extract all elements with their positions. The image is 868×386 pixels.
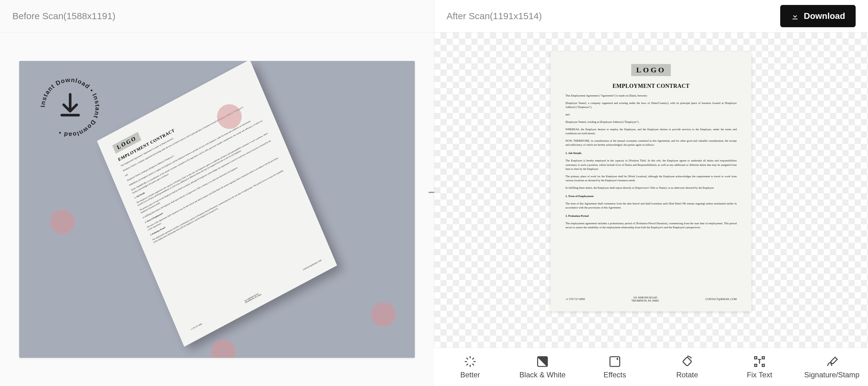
contrast-icon xyxy=(536,355,549,368)
bottom-toolbar: Better Black & White Effects Rotate Fix … xyxy=(434,348,868,386)
signature-icon xyxy=(825,355,838,368)
after-header: After Scan(1191x1514) Download xyxy=(434,0,868,32)
tool-better[interactable]: Better xyxy=(434,348,506,386)
logo-mark: LOGO xyxy=(631,64,671,76)
source-photo: Instant Download • Instant Download • LO… xyxy=(19,61,415,358)
s1-title: 1. Job Details xyxy=(565,152,582,155)
s3-p1: The employment agreement includes a prob… xyxy=(565,221,737,230)
svg-rect-3 xyxy=(610,357,620,366)
scanned-document: LOGO EMPLOYMENT CONTRACT This Employment… xyxy=(551,52,751,311)
s2-p1: The term of this Agreement shall commenc… xyxy=(565,202,737,210)
svg-rect-8 xyxy=(762,364,765,366)
after-title: After Scan(1191x1514) xyxy=(447,11,542,21)
doc-intro: This Employment Agreement ("Agreement") … xyxy=(565,94,737,98)
before-canvas[interactable]: Instant Download • Instant Download • LO… xyxy=(0,32,434,386)
footer-phone: +1 570-727-6999 xyxy=(565,298,585,301)
svg-rect-7 xyxy=(754,364,757,366)
tool-fix-text[interactable]: Fix Text xyxy=(723,348,796,386)
doc-and: and xyxy=(565,113,737,117)
doc-therefore: NOW, THEREFORE, in consideration of the … xyxy=(565,139,737,147)
s1-p1: The Employee is hereby employed in the c… xyxy=(565,159,737,171)
crop-handle-right[interactable] xyxy=(371,302,396,327)
s2-title: 2. Term of Employment xyxy=(565,195,593,198)
crop-handle-bottom[interactable] xyxy=(211,339,236,358)
before-title: Before Scan(1588x1191) xyxy=(12,11,116,21)
crop-handle-left[interactable] xyxy=(50,209,75,234)
s3-title: 3. Probation Period xyxy=(565,214,589,217)
tilted-document: LOGO EMPLOYMENT CONTRACT This Employment… xyxy=(97,61,337,347)
sparkle-icon xyxy=(464,355,477,368)
text-icon xyxy=(753,355,766,368)
s1-p2: The primary place of work for the Employ… xyxy=(565,174,737,182)
svg-rect-6 xyxy=(762,357,765,359)
after-canvas[interactable]: LOGO EMPLOYMENT CONTRACT This Employment… xyxy=(434,32,868,386)
doc-employee: [Employee Name], residing at [Employee A… xyxy=(565,120,737,124)
before-header: Before Scan(1588x1191) xyxy=(0,0,434,32)
doc-employer: [Employer Name], a company organized and… xyxy=(565,101,737,109)
download-button[interactable]: Download xyxy=(780,5,856,27)
after-pane: After Scan(1191x1514) Download LOGO EMPL… xyxy=(434,0,868,386)
s1-p3: In fulfilling these duties, the Employee… xyxy=(565,186,737,190)
tool-signature[interactable]: Signature/Stamp xyxy=(796,348,868,386)
download-icon xyxy=(791,12,799,21)
tool-effects[interactable]: Effects xyxy=(579,348,651,386)
tool-rotate[interactable]: Rotate xyxy=(651,348,723,386)
tool-bw[interactable]: Black & White xyxy=(506,348,579,386)
before-pane: Before Scan(1588x1191) Instant Download … xyxy=(0,0,434,386)
doc-footer: +1 570-727-6999 101 SIMONS ROADTHOMPSON,… xyxy=(565,296,737,302)
doc-whereas: WHEREAS, the Employer desires to employ … xyxy=(565,127,737,136)
svg-rect-5 xyxy=(754,357,757,359)
effects-icon xyxy=(608,355,621,368)
doc-heading: EMPLOYMENT CONTRACT xyxy=(565,83,737,89)
svg-rect-4 xyxy=(683,357,692,366)
footer-email: CONTACT@EMAIL.COM xyxy=(705,298,737,301)
rotate-icon xyxy=(681,355,694,368)
instant-download-badge: Instant Download • Instant Download • xyxy=(38,75,103,140)
crop-handle-top[interactable] xyxy=(217,104,242,129)
footer-address: 101 SIMONS ROADTHOMPSON, PA 18465 xyxy=(631,296,659,302)
